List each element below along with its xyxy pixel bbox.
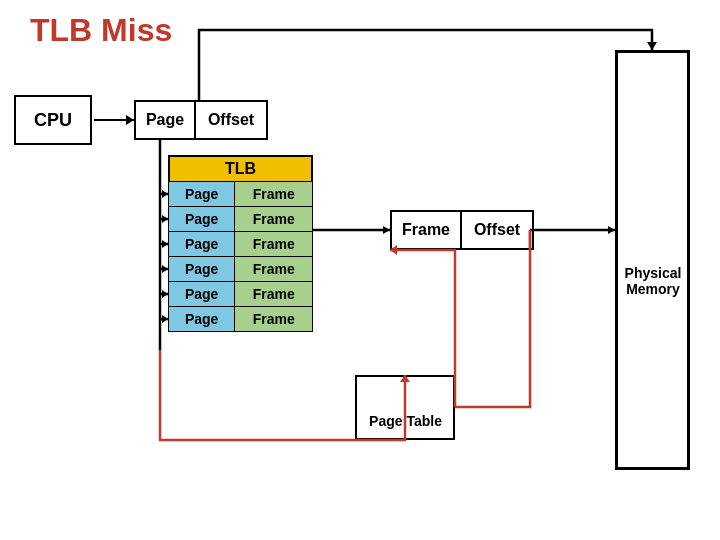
tlb-frame-cell: Frame: [235, 307, 313, 332]
cpu-box: CPU: [14, 95, 92, 145]
tlb-page-cell: Page: [169, 207, 235, 232]
tlb-page-cell: Page: [169, 307, 235, 332]
offset-cell: Offset: [196, 102, 266, 138]
tlb-row: PageFrame: [169, 307, 313, 332]
tlb-page-cell: Page: [169, 282, 235, 307]
page-title: TLB Miss: [30, 12, 172, 49]
tlb-frame-cell: Frame: [235, 232, 313, 257]
svg-marker-15: [383, 226, 390, 234]
tlb-page-cell: Page: [169, 257, 235, 282]
offset-cell2: Offset: [462, 212, 532, 248]
tlb-page-cell: Page: [169, 182, 235, 207]
page-table-label: Page Table: [358, 413, 453, 429]
tlb-row: PageFrame: [169, 207, 313, 232]
tlb-frame-cell: Frame: [235, 182, 313, 207]
tlb-row: PageFrame: [169, 257, 313, 282]
physical-memory-box: [615, 50, 690, 470]
arrows-diagram: [0, 0, 720, 540]
tlb-row: PageFrame: [169, 282, 313, 307]
tlb-row: PageFrame: [169, 232, 313, 257]
physical-memory-label: Physical Memory: [618, 265, 688, 297]
frame-cell: Frame: [392, 212, 462, 248]
cpu-to-pageoffset-arrow: [94, 119, 134, 121]
tlb-frame-cell: Frame: [235, 257, 313, 282]
tlb-table: PageFramePageFramePageFramePageFramePage…: [168, 181, 313, 332]
tlb-container: TLB PageFramePageFramePageFramePageFrame…: [168, 155, 313, 332]
tlb-page-cell: Page: [169, 232, 235, 257]
tlb-header: TLB: [168, 155, 313, 181]
page-table-box: [355, 375, 455, 440]
cpu-label: CPU: [34, 110, 72, 131]
tlb-frame-cell: Frame: [235, 282, 313, 307]
page-cell: Page: [136, 102, 196, 138]
tlb-row: PageFrame: [169, 182, 313, 207]
svg-marker-17: [608, 226, 615, 234]
svg-marker-0: [647, 42, 657, 50]
tlb-frame-cell: Frame: [235, 207, 313, 232]
page-offset-box: Page Offset: [134, 100, 268, 140]
frame-offset-result-box: Frame Offset: [390, 210, 534, 250]
